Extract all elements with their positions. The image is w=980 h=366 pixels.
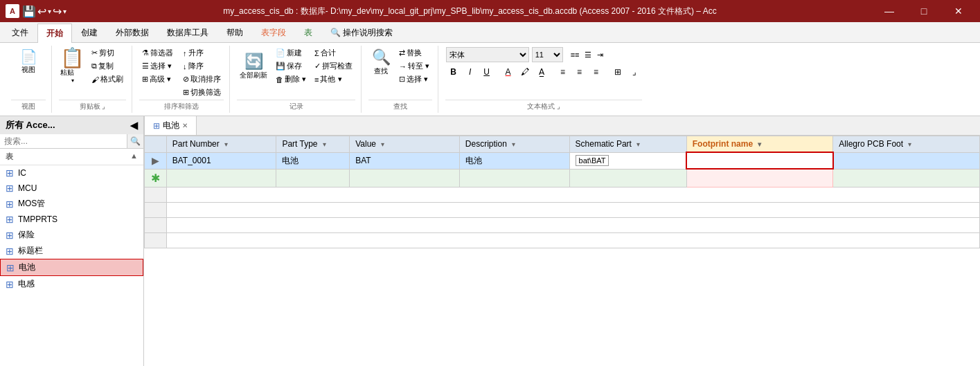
indent-button[interactable]: ⇥ [595, 50, 605, 60]
align-left-button[interactable]: ≡ [555, 64, 571, 80]
replace-button[interactable]: ⇄ 替换 [396, 47, 432, 59]
nav-item-battery[interactable]: ⊞ 电池 [0, 259, 143, 276]
footprint-input[interactable] [687, 153, 832, 168]
bg-color-button[interactable]: A̲ [534, 64, 549, 80]
col-header-allegro[interactable]: Allegro PCB Foot ▾ [833, 136, 980, 153]
nav-search-button[interactable]: 🔍 [127, 134, 143, 148]
save-icon[interactable]: 💾 [22, 5, 36, 18]
tab-close-button[interactable]: ✕ [182, 122, 188, 129]
new-cell-allegro[interactable] [833, 169, 980, 187]
minimize-button[interactable]: — [873, 0, 905, 22]
tab-table[interactable]: 表 [295, 23, 321, 42]
filter-button[interactable]: ⚗ 筛选器 [139, 47, 176, 59]
nav-item-title-bar[interactable]: ⊞ 标题栏 [0, 243, 143, 259]
text-format-expand-icon[interactable]: ⌟ [557, 102, 560, 110]
nav-section-toggle[interactable]: ▲ [130, 152, 138, 162]
table-row[interactable]: ▶ BAT_0001 电池 BAT 电池 bat\BAT [145, 152, 980, 169]
col-header-part-type[interactable]: Part Type ▾ [276, 136, 350, 153]
maximize-button[interactable]: □ [908, 0, 940, 22]
col-header-schematic[interactable]: Schematic Part ▾ [569, 136, 686, 153]
nav-item-tmpprts[interactable]: ⊞ TMPPRTS [0, 212, 143, 227]
font-size-select[interactable]: 11 [532, 47, 563, 62]
select-all-button[interactable]: ⊡ 选择 ▾ [396, 73, 432, 85]
format-brush-button[interactable]: 🖌 格式刷 [89, 73, 126, 85]
cell-part-type-1[interactable]: 电池 [276, 152, 350, 169]
delete-record-button[interactable]: 🗑 删除 ▾ [273, 73, 309, 85]
tab-table-fields[interactable]: 表字段 [252, 23, 295, 42]
nav-collapse-button[interactable]: ◀ [130, 120, 138, 131]
goto-button[interactable]: → 转至 ▾ [396, 60, 432, 72]
nav-item-fuse[interactable]: ⊞ 保险 [0, 227, 143, 243]
col-header-footprint[interactable]: Footprint name ▾ [686, 136, 833, 153]
quick-access-toolbar[interactable]: 💾 ↩ ▾ ↪ ▾ [22, 5, 66, 18]
nav-item-mcu[interactable]: ⊞ MCU [0, 181, 143, 196]
spell-check-button[interactable]: ✓ 拼写检查 [312, 60, 355, 72]
tab-search[interactable]: 🔍 操作说明搜索 [321, 23, 402, 42]
tab-db-tools[interactable]: 数据库工具 [158, 23, 217, 42]
tab-external-data[interactable]: 外部数据 [107, 23, 158, 42]
nav-item-inductor[interactable]: ⊞ 电感 [0, 276, 143, 292]
cell-part-number-1[interactable]: BAT_0001 [166, 152, 276, 169]
font-color-button[interactable]: A [501, 64, 516, 80]
cancel-sort-button[interactable]: ⊘ 取消排序 [180, 73, 224, 85]
cell-footprint-1[interactable] [686, 152, 833, 169]
view-group-content: 📄 视图 [11, 47, 46, 98]
paste-button[interactable]: 📋 粘贴 ▾ [59, 47, 86, 85]
find-button[interactable]: 🔍 查找 [368, 47, 393, 77]
tab-file[interactable]: 文件 [3, 23, 37, 42]
underline-button[interactable]: U [479, 64, 495, 80]
grid-button[interactable]: ⊞ [610, 64, 625, 80]
sum-button[interactable]: Σ 合计 [312, 47, 355, 59]
copy-button[interactable]: ⧉ 复制 [89, 60, 126, 72]
align-center-button[interactable]: ≡ [572, 64, 587, 80]
toggle-filter-button[interactable]: ⊞ 切换筛选 [180, 86, 224, 98]
tab-start[interactable]: 开始 [37, 24, 72, 43]
new-cell-value[interactable] [350, 169, 460, 187]
new-cell-part-type[interactable] [276, 169, 350, 187]
customize-icon[interactable]: ▾ [63, 8, 66, 15]
table-tab-battery[interactable]: ⊞ 电池 ✕ [144, 116, 197, 135]
table-area[interactable]: Part Number ▾ Part Type ▾ Value ▾ Descri… [144, 136, 980, 366]
col-header-value[interactable]: Value ▾ [350, 136, 460, 153]
save-record-button[interactable]: 💾 保存 [273, 60, 309, 72]
col-header-part-number[interactable]: Part Number ▾ [166, 136, 276, 153]
cell-allegro-1[interactable] [833, 152, 980, 169]
nav-item-mos[interactable]: ⊞ MOS管 [0, 196, 143, 212]
tab-create[interactable]: 创建 [72, 23, 107, 42]
italic-button[interactable]: I [463, 64, 478, 80]
cell-value-1[interactable]: BAT [350, 152, 460, 169]
align-list-button[interactable]: ≡≡ [569, 50, 582, 60]
new-cell-footprint[interactable] [686, 169, 833, 187]
expand-button[interactable]: ⌟ [627, 64, 642, 80]
window-controls[interactable]: — □ ✕ [873, 0, 974, 22]
new-cell-schematic[interactable] [569, 169, 686, 187]
col-header-description[interactable]: Description ▾ [459, 136, 569, 153]
nav-item-ic[interactable]: ⊞ IC [0, 165, 143, 181]
new-cell-part-number[interactable] [166, 169, 276, 187]
nav-search-input[interactable] [0, 134, 127, 148]
advanced-button[interactable]: ⊞ 高级 ▾ [139, 73, 176, 85]
new-record-button[interactable]: 📄 新建 [273, 47, 309, 59]
new-row[interactable]: ✱ [145, 169, 980, 187]
other-button[interactable]: ≡ 其他 ▾ [312, 73, 355, 85]
new-cell-description[interactable] [459, 169, 569, 187]
select-button[interactable]: ☰ 选择 ▾ [139, 60, 176, 72]
align-right-button[interactable]: ≡ [589, 64, 604, 80]
find-group-label: 查找 [368, 100, 432, 111]
cell-schematic-1[interactable]: bat\BAT [569, 152, 686, 169]
cut-button[interactable]: ✂ 剪切 [89, 47, 126, 59]
tab-help[interactable]: 帮助 [217, 23, 252, 42]
numbering-button[interactable]: ☰ [582, 50, 594, 60]
desc-sort-button[interactable]: ↓ 降序 [180, 60, 224, 72]
close-button[interactable]: ✕ [943, 0, 974, 22]
undo-icon[interactable]: ↩ [37, 5, 46, 18]
view-button[interactable]: 📄 视图 [11, 47, 46, 76]
undo-dropdown-icon[interactable]: ▾ [48, 8, 51, 15]
redo-icon[interactable]: ↪ [53, 5, 62, 18]
cell-description-1[interactable]: 电池 [459, 152, 569, 169]
highlight-button[interactable]: 🖍 [517, 64, 533, 80]
refresh-all-button[interactable]: 🔄 全部刷新 [237, 51, 270, 82]
bold-button[interactable]: B [446, 64, 461, 80]
asc-sort-button[interactable]: ↑ 升序 [180, 47, 224, 59]
font-family-select[interactable]: 宋体 [446, 47, 529, 62]
